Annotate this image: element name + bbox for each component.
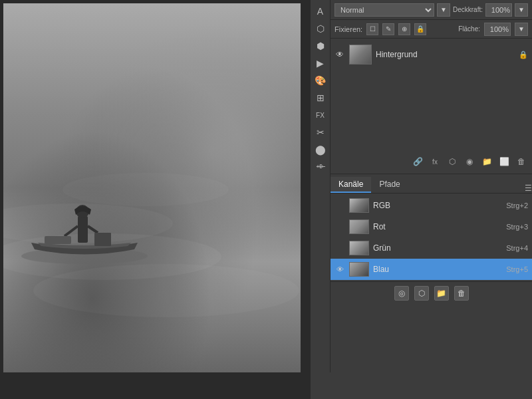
channels-list: RGB Strg+2 Rot Strg+3 Grün Strg+4 👁 xyxy=(331,194,532,281)
channel-item-rgb[interactable]: RGB Strg+2 xyxy=(331,195,532,216)
fix-icon-1[interactable]: ☐ xyxy=(366,23,378,35)
bottom-status-bar xyxy=(0,379,311,399)
photo-image xyxy=(3,3,301,372)
tool-transform[interactable]: ✂ xyxy=(313,124,329,140)
panel-actions: 🔗 fx ⬡ ◉ 📁 ⬜ 🗑 xyxy=(331,152,532,172)
new-layer-icon[interactable]: ⬜ xyxy=(497,155,511,168)
channel-shortcut-gruen: Strg+4 xyxy=(506,244,528,252)
channel-item-blau[interactable]: 👁 Blau Strg+5 xyxy=(331,259,532,280)
toolbar: A ⬡ ⬢ ▶ 🎨 ⊞ FX ✂ ⬤ ⬲ xyxy=(311,0,331,372)
layer-thumb-hintergrund xyxy=(349,45,372,65)
channel-name-gruen: Grün xyxy=(373,243,502,253)
tool-text[interactable]: A xyxy=(313,3,329,19)
flaeche-dropdown[interactable]: ▼ xyxy=(515,23,528,36)
svg-rect-6 xyxy=(45,236,71,244)
svg-line-4 xyxy=(88,226,98,233)
fixieren-bar: Fixieren: ☐ ✎ ⊕ 🔒 Fläche: ▼ xyxy=(331,20,532,39)
channel-shortcut-blau: Strg+5 xyxy=(506,265,528,273)
channel-eye-blau[interactable]: 👁 xyxy=(334,264,345,275)
channel-item-rot[interactable]: Rot Strg+3 xyxy=(331,216,532,237)
channel-name-rgb: RGB xyxy=(373,201,502,210)
layer-eye-hintergrund[interactable]: 👁 xyxy=(334,49,345,60)
panel-collapse-btn[interactable]: ☰ xyxy=(525,184,532,193)
canvas-area xyxy=(0,0,311,399)
channel-thumb-rgb xyxy=(349,198,369,213)
deckkraft-label: Deckkraft: xyxy=(453,6,483,13)
layer-lock-icon: 🔒 xyxy=(519,51,528,59)
layer-item-hintergrund[interactable]: 👁 Hintergrund 🔒 xyxy=(331,41,532,68)
tab-bar: Kanäle Pfade ☰ xyxy=(331,176,532,194)
tool-paint[interactable]: 🎨 xyxy=(313,72,329,88)
layer-thumb-image xyxy=(350,45,371,64)
boat-svg xyxy=(18,190,151,269)
layer-name-hintergrund: Hintergrund xyxy=(376,50,515,59)
tool-lasso[interactable]: ⬢ xyxy=(313,38,329,54)
channel-eye-rot[interactable] xyxy=(334,221,345,232)
tool-pen[interactable]: ⬲ xyxy=(313,159,329,175)
fx-icon[interactable]: fx xyxy=(428,155,442,168)
channel-shortcut-rgb: Strg+2 xyxy=(506,201,528,209)
channels-bottom-bar: ◎ ⬡ 📁 🗑 xyxy=(331,281,532,305)
channel-name-rot: Rot xyxy=(373,222,502,231)
channel-selection-btn[interactable]: ◎ xyxy=(394,286,409,301)
channel-eye-rgb[interactable] xyxy=(334,200,345,211)
tab-kanaele[interactable]: Kanäle xyxy=(331,177,371,193)
blend-dropdown-btn[interactable]: ▼ xyxy=(437,3,450,17)
tool-circle[interactable]: ⬤ xyxy=(313,142,329,158)
channel-shortcut-rot: Strg+3 xyxy=(506,223,528,231)
layers-list: 👁 Hintergrund 🔒 xyxy=(331,39,532,152)
blend-opacity-bar: Normal Multiply Screen Overlay ▼ Deckkra… xyxy=(331,0,532,20)
svg-rect-5 xyxy=(94,233,111,246)
deckkraft-input[interactable] xyxy=(485,3,512,17)
group-icon[interactable]: 📁 xyxy=(480,155,493,168)
svg-line-3 xyxy=(65,226,78,236)
fixieren-label: Fixieren: xyxy=(334,25,362,33)
channel-mask-btn[interactable]: ⬡ xyxy=(414,286,429,301)
separator xyxy=(331,174,532,174)
layers-panel: Normal Multiply Screen Overlay ▼ Deckkra… xyxy=(331,0,532,399)
svg-rect-1 xyxy=(78,216,88,243)
channel-eye-gruen[interactable] xyxy=(334,243,345,253)
channel-thumb-blau xyxy=(349,262,369,277)
channel-name-blau: Blau xyxy=(373,265,502,274)
flaeche-label: Fläche: xyxy=(458,25,480,33)
upper-panel: 👁 Hintergrund 🔒 🔗 fx ⬡ ◉ 📁 ⬜ 🗑 xyxy=(331,39,532,172)
tool-fx[interactable]: FX xyxy=(313,107,329,123)
photo-canvas[interactable] xyxy=(3,3,301,372)
adjustment-icon[interactable]: ◉ xyxy=(463,155,476,168)
fix-icon-3[interactable]: ⊕ xyxy=(398,23,410,35)
tool-grid[interactable]: ⊞ xyxy=(313,90,329,106)
tool-select[interactable]: ⬡ xyxy=(313,21,329,37)
channel-new-btn[interactable]: 📁 xyxy=(434,286,449,301)
channel-thumb-rot xyxy=(349,219,369,234)
mask-icon[interactable]: ⬡ xyxy=(446,155,459,168)
delete-layer-icon[interactable]: 🗑 xyxy=(515,155,528,168)
channel-delete-btn[interactable]: 🗑 xyxy=(454,286,469,301)
deckkraft-dropdown[interactable]: ▼ xyxy=(515,3,528,17)
link-icon[interactable]: 🔗 xyxy=(411,155,424,168)
channel-item-gruen[interactable]: Grün Strg+4 xyxy=(331,237,532,259)
tool-move[interactable]: ▶ xyxy=(313,55,329,71)
tab-pfade[interactable]: Pfade xyxy=(371,177,408,193)
flaeche-input[interactable] xyxy=(484,23,511,36)
blend-mode-select[interactable]: Normal Multiply Screen Overlay xyxy=(334,3,434,17)
fix-icon-4[interactable]: 🔒 xyxy=(414,23,426,35)
channel-thumb-gruen xyxy=(349,241,369,255)
fix-icon-2[interactable]: ✎ xyxy=(382,23,394,35)
